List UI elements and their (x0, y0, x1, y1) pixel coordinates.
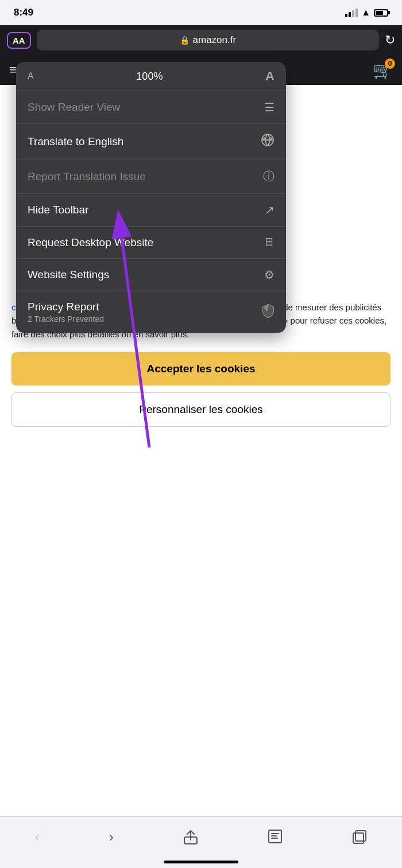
desktop-icon: 🖥 (263, 236, 275, 249)
personalize-cookies-button[interactable]: Personnaliser les cookies (11, 392, 391, 427)
browser-toolbar: AA 🔒 amazon.fr ↻ (0, 25, 402, 55)
show-reader-view-label: Show Reader View (28, 101, 120, 114)
status-time: 8:49 (14, 7, 33, 18)
forward-button[interactable]: › (109, 829, 114, 845)
cart-area[interactable]: 🛒 0 (373, 61, 393, 80)
privacy-report-sublabel: 2 Trackers Prevented (28, 314, 104, 324)
hide-toolbar-icon: ↗ (265, 203, 275, 217)
tabs-button[interactable] (352, 830, 367, 844)
bookmarks-button[interactable] (268, 829, 283, 845)
settings-icon: ⚙ (264, 268, 275, 282)
font-increase-button[interactable]: A (265, 69, 275, 84)
signal-icon (345, 9, 358, 17)
translate-to-english-item[interactable]: Translate to English (16, 124, 286, 159)
dropdown-menu: A 100% A Show Reader View ☰ Translate to… (16, 62, 286, 333)
url-bar[interactable]: 🔒 amazon.fr (37, 30, 379, 50)
svg-rect-6 (355, 831, 366, 841)
privacy-report-item[interactable]: Privacy Report 2 Trackers Prevented (16, 291, 286, 333)
hamburger-icon[interactable]: ≡ (9, 63, 17, 77)
aa-button[interactable]: AA (7, 32, 31, 49)
website-settings-item[interactable]: Website Settings ⚙ (16, 259, 286, 291)
lock-icon: 🔒 (180, 36, 190, 45)
share-button[interactable] (183, 829, 198, 845)
hide-toolbar-label: Hide Toolbar (28, 204, 88, 216)
privacy-report-label: Privacy Report (28, 301, 104, 313)
font-size-row[interactable]: A 100% A (16, 62, 286, 91)
report-issue-icon: ⓘ (263, 169, 275, 184)
website-settings-label: Website Settings (28, 268, 109, 281)
font-percent-display: 100% (136, 71, 163, 83)
translate-to-english-label: Translate to English (28, 135, 123, 148)
hide-toolbar-item[interactable]: Hide Toolbar ↗ (16, 194, 286, 227)
back-button[interactable]: ‹ (35, 829, 40, 845)
battery-icon (374, 9, 388, 17)
font-decrease-button[interactable]: A (28, 71, 34, 81)
svg-rect-5 (353, 833, 364, 843)
report-translation-issue-item[interactable]: Report Translation Issue ⓘ (16, 159, 286, 194)
show-reader-view-item[interactable]: Show Reader View ☰ (16, 91, 286, 124)
request-desktop-label: Request Desktop Website (28, 236, 153, 249)
request-desktop-website-item[interactable]: Request Desktop Website 🖥 (16, 227, 286, 259)
translate-icon (261, 133, 275, 150)
shield-icon (262, 304, 275, 321)
status-bar: 8:49 ▲ (0, 0, 402, 25)
url-text: amazon.fr (193, 34, 237, 46)
wifi-icon: ▲ (361, 7, 370, 18)
home-indicator (164, 861, 238, 863)
accept-cookies-button[interactable]: Accepter les cookies (11, 352, 391, 386)
cart-badge: 0 (385, 59, 395, 69)
reload-button[interactable]: ↻ (385, 33, 395, 48)
reader-view-icon: ☰ (264, 100, 275, 114)
report-translation-label: Report Translation Issue (28, 170, 146, 183)
status-icons: ▲ (345, 7, 388, 18)
